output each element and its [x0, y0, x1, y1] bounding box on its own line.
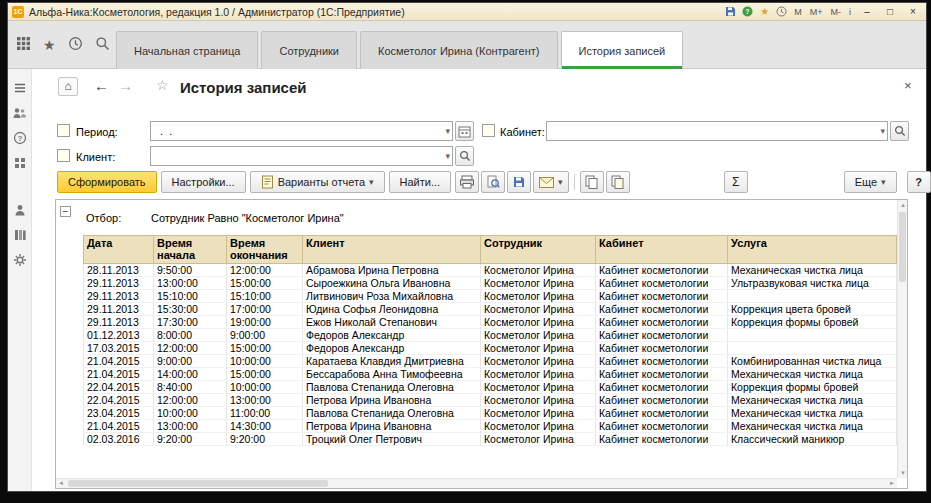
generate-button[interactable]: Сформировать [57, 171, 157, 193]
sidebar-sections-icon[interactable] [13, 156, 27, 172]
cabinet-dropdown-icon[interactable]: ▾ [880, 126, 885, 136]
column-header[interactable]: Сотрудник [481, 236, 596, 264]
main-menu-icon[interactable] [16, 36, 31, 53]
table-cell: Кабинет косметологии [596, 420, 728, 433]
cabinet-checkbox[interactable] [482, 124, 495, 137]
table-row[interactable]: 22.04.201512:00:0013:00:00Петрова Ирина … [84, 394, 897, 407]
table-cell: 9:00:00 [154, 355, 227, 368]
column-header[interactable]: Кабинет [596, 236, 728, 264]
table-cell: 21.04.2015 [84, 355, 154, 368]
period-input[interactable] [151, 122, 438, 140]
favorites-icon[interactable]: ★ [758, 5, 771, 18]
sidebar-catalog-icon[interactable] [13, 228, 27, 244]
table-row[interactable]: 28.11.20139:50:0012:00:00Абрамова Ирина … [84, 264, 897, 277]
column-header[interactable]: Время начала [154, 236, 227, 264]
cabinet-choose-button[interactable] [890, 121, 909, 141]
scale-m-button[interactable]: M [792, 7, 804, 17]
sidebar-menu-icon[interactable] [13, 81, 27, 97]
tab-counterparty[interactable]: Косметолог Ирина (Контрагент) [360, 31, 557, 69]
report-variants-button[interactable]: Варианты отчета ▾ [250, 171, 385, 193]
horizontal-scroll-thumb[interactable] [68, 480, 328, 487]
copy-cells-button[interactable] [580, 171, 604, 193]
find-button[interactable]: Найти... [389, 171, 452, 193]
period-calendar-button[interactable] [455, 121, 474, 141]
cabinet-input[interactable] [547, 122, 873, 140]
floppy-icon [512, 175, 526, 189]
table-row[interactable]: 21.04.201514:00:0015:00:00Бессарабова Ан… [84, 368, 897, 381]
sum-button[interactable]: Σ [724, 171, 748, 193]
vertical-scroll-thumb[interactable] [899, 212, 906, 282]
info-button[interactable]: i [847, 7, 853, 17]
vertical-scrollbar[interactable]: ▲ ▼ [897, 200, 907, 478]
client-input[interactable] [151, 147, 438, 165]
column-header[interactable]: Услуга [728, 236, 897, 264]
help-icon[interactable]: ? [741, 5, 754, 18]
table-row[interactable]: 21.04.20159:00:0010:00:00Каратаева Клавд… [84, 355, 897, 368]
table-cell: 21.04.2015 [84, 420, 154, 433]
sidebar-user-icon[interactable] [13, 203, 27, 219]
table-cell: 10:00:00 [154, 407, 227, 420]
scale-m-minus-button[interactable]: M- [829, 7, 844, 17]
table-cell: Косметолог Ирина [481, 316, 596, 329]
column-header[interactable]: Время окончания [227, 236, 303, 264]
help-button[interactable]: ? [907, 171, 931, 193]
tab-home[interactable]: Начальная страница [116, 31, 258, 69]
settings-button[interactable]: Настройки... [161, 171, 246, 193]
preview-icon [486, 175, 500, 189]
client-dropdown-icon[interactable]: ▾ [445, 151, 450, 161]
table-row[interactable]: 29.11.201317:30:0019:00:00Ежов Николай С… [84, 316, 897, 329]
table-row[interactable]: 29.11.201313:00:0015:00:00Сыроежкина Оль… [84, 277, 897, 290]
more-button[interactable]: Еще ▾ [844, 171, 897, 193]
copy-values-button[interactable] [606, 171, 630, 193]
table-cell: 8:00:00 [154, 329, 227, 342]
send-email-button[interactable]: ▾ [533, 171, 569, 193]
client-checkbox[interactable] [57, 149, 70, 162]
history-icon[interactable] [775, 5, 788, 18]
table-cell: Косметолог Ирина [481, 329, 596, 342]
favorites-star-icon[interactable]: ★ [43, 38, 56, 52]
table-row[interactable]: 17.03.201512:00:0015:00:00Федоров Алекса… [84, 342, 897, 355]
printer-icon [459, 175, 475, 189]
sidebar-contacts-icon[interactable] [12, 106, 27, 122]
tab-employees[interactable]: Сотрудники [261, 31, 357, 69]
print-button[interactable] [455, 171, 479, 193]
sidebar-help-icon[interactable]: ? [13, 131, 27, 147]
maximize-button[interactable]: □ [881, 5, 899, 19]
table-row[interactable]: 22.04.20158:40:0010:00:00Павлова Степани… [84, 381, 897, 394]
table-row[interactable]: 29.11.201315:10:0015:10:00Литвинович Роз… [84, 290, 897, 303]
table-row[interactable]: 01.12.20138:00:009:00:00Федоров Александ… [84, 329, 897, 342]
back-button[interactable]: ← [94, 77, 109, 94]
table-cell: Кабинет косметологии [596, 407, 728, 420]
table-row[interactable]: 02.03.20169:20:009:20:00Троцкий Олег Пет… [84, 433, 897, 446]
sidebar-settings-icon[interactable] [13, 253, 27, 269]
desktop: { "window": { "title": "Альфа-Ника:Косме… [0, 0, 931, 503]
close-button[interactable]: × [904, 5, 922, 19]
favorite-star-icon[interactable]: ☆ [156, 77, 169, 93]
scale-m-plus-button[interactable]: M+ [808, 7, 825, 17]
save-report-button[interactable] [507, 171, 531, 193]
table-cell: Павлова Степанида Олеговна [303, 407, 481, 420]
table-cell: Ультразвуковая чистка лица [728, 277, 897, 290]
table-row[interactable]: 23.04.201510:00:0011:00:00Павлова Степан… [84, 407, 897, 420]
recent-history-icon[interactable] [68, 36, 83, 53]
period-dropdown-icon[interactable]: ▾ [445, 126, 450, 136]
period-checkbox[interactable] [57, 124, 70, 137]
save-icon[interactable] [724, 5, 737, 18]
forward-button[interactable]: → [118, 77, 133, 94]
form-close-button[interactable]: × [904, 78, 912, 93]
column-header[interactable]: Дата [84, 236, 154, 264]
table-cell: 13:00:00 [154, 277, 227, 290]
minimize-button[interactable]: – [858, 5, 876, 19]
horizontal-scrollbar[interactable]: ◄ ► [56, 478, 897, 488]
home-button[interactable]: ⌂ [58, 77, 78, 96]
table-cell: 29.11.2013 [84, 316, 154, 329]
group-collapse-button[interactable]: − [60, 206, 71, 217]
client-choose-button[interactable] [455, 146, 474, 166]
search-icon[interactable] [95, 36, 110, 53]
preview-button[interactable] [481, 171, 505, 193]
table-cell: Косметолог Ирина [481, 433, 596, 446]
table-row[interactable]: 21.04.201513:00:0014:30:00Петрова Ирина … [84, 420, 897, 433]
table-row[interactable]: 29.11.201315:30:0017:00:00Юдина Софья Ле… [84, 303, 897, 316]
column-header[interactable]: Клиент [303, 236, 481, 264]
tab-record-history[interactable]: История записей [561, 31, 684, 69]
